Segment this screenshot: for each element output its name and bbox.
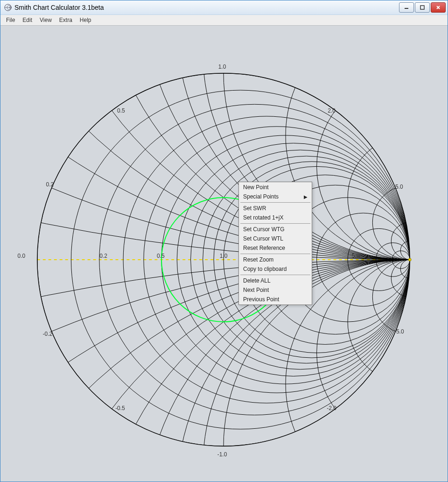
svg-point-32 — [0, 26, 448, 260]
menu-edit[interactable]: Edit — [20, 16, 35, 24]
ctx-set-swr[interactable]: Set SWR — [239, 204, 311, 213]
svg-point-42 — [177, 26, 448, 260]
svg-point-33 — [0, 260, 448, 482]
ctx-cursor-wtg[interactable]: Set Cursor WTG — [239, 225, 311, 234]
svg-point-52 — [348, 135, 448, 260]
ctx-label: Special Points — [243, 193, 279, 200]
ctx-prev-point[interactable]: Previous Point — [239, 295, 311, 304]
menu-extra[interactable]: Extra — [56, 16, 75, 24]
chart-canvas[interactable]: 1.0 0.5 2.0 0.2 5.0 0.0 0.2 0.5 1.0 2.0 … — [0, 26, 448, 482]
ctx-reset-ref[interactable]: Reset Reference — [239, 243, 311, 253]
label-r-1.0: 1.0 — [220, 253, 228, 259]
label-r-0.0: 0.0 — [18, 253, 26, 259]
submenu-arrow-icon: ▶ — [304, 194, 308, 199]
svg-point-53 — [348, 260, 448, 384]
ctx-cursor-wtl[interactable]: Set Cursor WTL — [239, 234, 311, 243]
ctx-separator — [240, 275, 310, 275]
smith-chart-svg: 1.0 0.5 2.0 0.2 5.0 0.0 0.2 0.5 1.0 2.0 … — [0, 26, 448, 482]
ctx-new-point[interactable]: New Point — [239, 183, 311, 192]
label-x-5.0n: -5.0 — [394, 328, 404, 335]
ctx-label: Previous Point — [243, 296, 279, 303]
label-x-2.0p: 2.0 — [328, 107, 336, 114]
svg-point-34 — [0, 26, 448, 260]
minimize-button[interactable] — [399, 2, 414, 13]
menu-help[interactable]: Help — [77, 16, 94, 24]
window-controls — [399, 2, 446, 13]
svg-point-35 — [0, 260, 448, 482]
ctx-label: Copy to clipboard — [243, 266, 287, 272]
svg-rect-5 — [420, 6, 424, 9]
ctx-set-rotated[interactable]: Set rotated 1+jX — [239, 213, 311, 222]
ctx-next-point[interactable]: Next Point — [239, 285, 311, 295]
ctx-label: Next Point — [243, 287, 269, 293]
app-window: Smith Chart Calculator 3.1beta File Edit… — [0, 0, 448, 482]
svg-point-30 — [0, 26, 448, 260]
label-x-5.0p: 5.0 — [395, 184, 403, 190]
label-r-0.2: 0.2 — [99, 253, 107, 259]
ctx-separator — [240, 223, 310, 224]
maximize-button[interactable] — [415, 2, 430, 13]
close-button[interactable] — [431, 2, 446, 13]
svg-point-28 — [0, 26, 448, 260]
label-x-0.2n: -0.2 — [42, 331, 52, 337]
ctx-special-points[interactable]: Special Points▶ — [239, 192, 311, 201]
window-title: Smith Chart Calculator 3.1beta — [14, 4, 396, 11]
label-x-0.2p: 0.2 — [46, 181, 54, 188]
menu-view[interactable]: View — [37, 16, 55, 24]
ctx-label: New Point — [243, 184, 269, 191]
menubar: File Edit View Extra Help — [0, 15, 448, 26]
ctx-label: Delete ALL — [243, 277, 271, 284]
label-x-2.0n: -2.0 — [327, 405, 336, 411]
app-icon — [4, 4, 12, 11]
svg-point-31 — [0, 260, 448, 482]
label-r-0.5: 0.5 — [157, 253, 165, 259]
svg-point-29 — [0, 260, 448, 482]
ctx-label: Reset Zoom — [243, 256, 273, 263]
label-x-1p: 1.0 — [218, 64, 226, 70]
label-x-0.5p: 0.5 — [117, 107, 125, 114]
ctx-label: Set rotated 1+jX — [243, 214, 283, 221]
ctx-separator — [240, 202, 310, 203]
ctx-label: Set SWR — [243, 205, 266, 212]
label-x-1n: -1.0 — [217, 451, 227, 458]
menu-file[interactable]: File — [3, 16, 18, 24]
ctx-separator — [240, 254, 310, 254]
ctx-reset-zoom[interactable]: Reset Zoom — [239, 255, 311, 264]
ctx-copy-clipboard[interactable]: Copy to clipboard — [239, 264, 311, 274]
ctx-delete-all[interactable]: Delete ALL — [239, 276, 311, 285]
titlebar[interactable]: Smith Chart Calculator 3.1beta — [0, 0, 448, 15]
label-x-0.5n: -0.5 — [115, 405, 125, 411]
ctx-label: Reset Reference — [243, 245, 285, 251]
label-r-5.0: 5.0 — [352, 253, 360, 259]
ctx-label: Set Cursor WTG — [243, 226, 285, 233]
ctx-label: Set Cursor WTL — [243, 235, 283, 242]
context-menu: New Point Special Points▶ Set SWR Set ro… — [238, 182, 312, 305]
svg-point-62 — [408, 258, 411, 261]
